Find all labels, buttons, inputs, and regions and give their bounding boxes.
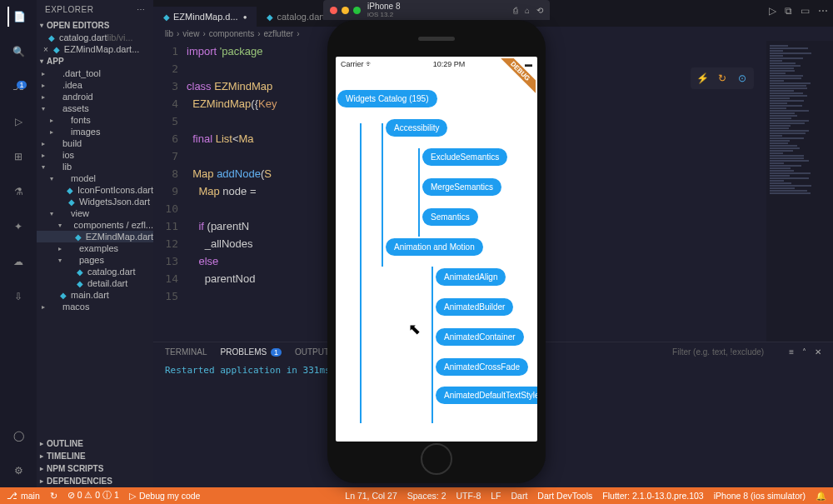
tree-item[interactable]: ▾view xyxy=(37,207,153,219)
tree-item[interactable]: ◆detail.dart xyxy=(37,277,153,289)
home-icon[interactable]: ⌂ xyxy=(525,6,530,15)
mindmap-node[interactable]: AnimatedCrossFade xyxy=(436,358,528,376)
sidebar: EXPLORER ⋯ OPEN EDITORS ◆catalog.dart li… xyxy=(37,0,153,487)
tree-item[interactable]: ▸examples xyxy=(37,242,153,254)
explorer-icon[interactable]: 📄 xyxy=(7,7,27,27)
bell-icon[interactable]: 🔔 xyxy=(816,491,826,502)
filter-input[interactable]: Filter (e.g. text, !exclude) xyxy=(672,347,764,357)
mindmap-view[interactable]: Widgets Catalog (195)AccessibilityExclud… xyxy=(336,72,537,442)
extensions-icon[interactable]: ⊞ xyxy=(8,147,28,167)
phone-screen[interactable]: Carrier ᯤ 10:29 PM ▬ Widgets Catalog (19… xyxy=(336,57,537,442)
ios-simulator: iPhone 8 iOS 13.2 ⎙ ⌂ ⟲ Carrier ᯤ 10:29 … xyxy=(323,0,550,483)
cursor-pos[interactable]: Ln 71, Col 27 xyxy=(345,491,397,502)
tree-item[interactable]: ▸android xyxy=(37,91,153,102)
layout-icon[interactable]: ▭ xyxy=(801,5,810,17)
download-icon[interactable]: ⇩ xyxy=(8,287,28,307)
simulator-titlebar[interactable]: iPhone 8 iOS 13.2 ⎙ ⌂ ⟲ xyxy=(323,0,550,20)
editor-tab[interactable]: ◆EZMindMap.d... xyxy=(153,7,257,27)
close-icon[interactable]: ✕ xyxy=(815,347,821,357)
mindmap-node[interactable]: AnimatedContainer xyxy=(436,328,524,346)
panel-settings-icon[interactable]: ≡ xyxy=(789,347,794,357)
tree-item[interactable]: ▸images xyxy=(37,126,153,137)
hot-restart-icon[interactable]: ↻ xyxy=(713,70,731,87)
tree-item[interactable]: ▾pages xyxy=(37,254,153,266)
timeline-section[interactable]: TIMELINE xyxy=(37,450,153,462)
debug-target[interactable]: ▷ Debug my code xyxy=(129,491,201,501)
mindmap-node[interactable]: MergeSemantics xyxy=(422,178,501,196)
app-section[interactable]: APP xyxy=(37,55,153,67)
phone-frame: Carrier ᯤ 10:29 PM ▬ Widgets Catalog (19… xyxy=(327,20,546,483)
tree-item[interactable]: ◆WidgetsJson.dart xyxy=(37,196,153,207)
tree-item[interactable]: ▾assets xyxy=(37,102,153,114)
sidebar-title: EXPLORER xyxy=(45,5,93,14)
tree-item[interactable]: ▸ios xyxy=(37,149,153,161)
outline-section[interactable]: OUTLINE xyxy=(37,437,153,450)
eol[interactable]: LF xyxy=(491,491,501,502)
mindmap-node[interactable]: Semantics xyxy=(422,208,478,226)
mindmap-node[interactable]: AnimatedBuilder xyxy=(436,298,513,316)
devtools[interactable]: Dart DevTools xyxy=(537,491,592,502)
tree-item[interactable]: ▸fonts xyxy=(37,114,153,126)
scm-icon[interactable]: ⎇1 xyxy=(8,77,28,97)
flutter-version[interactable]: Flutter: 2.1.0-13.0.pre.103 xyxy=(602,491,703,502)
search-icon[interactable]: 🔍 xyxy=(8,42,28,62)
more-icon[interactable]: ⋯ xyxy=(818,5,828,17)
minimap[interactable] xyxy=(766,41,833,342)
flutter-icon[interactable]: ✦ xyxy=(8,217,28,237)
tree-item[interactable]: ▸.dart_tool xyxy=(37,67,153,79)
screenshot-icon[interactable]: ⎙ xyxy=(513,6,518,15)
tab-terminal[interactable]: TERMINAL xyxy=(165,346,207,358)
speaker xyxy=(418,37,455,41)
settings-icon[interactable]: ⚙ xyxy=(8,461,28,481)
tree-item[interactable]: ▸macos xyxy=(37,301,153,312)
tree-item[interactable]: ◆catalog.dart xyxy=(37,266,153,277)
cloud-icon[interactable]: ☁ xyxy=(8,252,28,272)
tree-item[interactable]: ▾lib xyxy=(37,161,153,172)
mindmap-node[interactable]: AnimatedDefaultTextStyle xyxy=(436,387,537,404)
editor-actions: ▷ ⧉ ▭ ⋯ xyxy=(769,5,828,17)
inspect-icon[interactable]: ⊙ xyxy=(733,70,751,87)
tree-item[interactable]: ◆main.dart xyxy=(37,289,153,301)
run-icon[interactable]: ▷ xyxy=(769,5,776,17)
open-editor-item[interactable]: ×◆EZMindMap.dart... xyxy=(37,43,153,55)
indent[interactable]: Spaces: 2 xyxy=(407,491,446,502)
mindmap-node[interactable]: Widgets Catalog (195) xyxy=(337,90,437,107)
open-editors-section[interactable]: OPEN EDITORS xyxy=(37,19,153,32)
sim-title: iPhone 8 xyxy=(367,2,506,11)
language[interactable]: Dart xyxy=(511,491,528,502)
home-button[interactable] xyxy=(421,443,452,475)
tree-item[interactable]: ◆EZMindMap.dart xyxy=(37,231,153,242)
more-icon[interactable]: ⋯ xyxy=(137,5,146,14)
npm-section[interactable]: NPM SCRIPTS xyxy=(37,462,153,475)
tree-item[interactable]: ▸build xyxy=(37,137,153,149)
traffic-lights[interactable] xyxy=(330,7,361,14)
branch-indicator[interactable]: ⎇ main xyxy=(7,491,40,501)
mindmap-node[interactable]: AnimatedAlign xyxy=(436,268,506,286)
tree-item[interactable]: ▸.idea xyxy=(37,79,153,91)
tree-item[interactable]: ▾model xyxy=(37,172,153,184)
diagnostics[interactable]: ⊘ 0 ⚠ 0 ⓘ 1 xyxy=(67,490,119,502)
tree-item[interactable]: ▾components / ezfl... xyxy=(37,219,153,231)
mindmap-node[interactable]: ExcludeSemantics xyxy=(422,148,507,166)
open-editor-item[interactable]: ◆catalog.dart lib/vi... xyxy=(37,32,153,43)
flutter-toolbar: ⚡ ↻ ⊙ xyxy=(691,67,754,89)
device[interactable]: iPhone 8 (ios simulator) xyxy=(714,491,806,502)
encoding[interactable]: UTF-8 xyxy=(456,491,481,502)
debug-icon[interactable]: ▷ xyxy=(8,112,28,132)
tab-problems[interactable]: PROBLEMS 1 xyxy=(221,346,282,358)
ios-status-bar: Carrier ᯤ 10:29 PM ▬ xyxy=(336,57,537,72)
sim-subtitle: iOS 13.2 xyxy=(367,11,506,18)
status-bar: ⎇ main ↻ ⊘ 0 ⚠ 0 ⓘ 1 ▷ Debug my code Ln … xyxy=(0,487,833,504)
rotate-icon[interactable]: ⟲ xyxy=(536,6,543,15)
split-icon[interactable]: ⧉ xyxy=(785,5,792,17)
account-icon[interactable]: ◯ xyxy=(8,426,28,446)
deps-section[interactable]: DEPENDENCIES xyxy=(37,475,153,487)
hot-reload-icon[interactable]: ⚡ xyxy=(693,70,711,87)
activity-bar: 📄 🔍 ⎇1 ▷ ⊞ ⚗ ✦ ☁ ⇩ ◯ ⚙ xyxy=(0,0,37,487)
mindmap-node[interactable]: Accessibility xyxy=(386,119,447,137)
chevron-up-icon[interactable]: ˄ xyxy=(802,347,806,357)
test-icon[interactable]: ⚗ xyxy=(8,182,28,202)
tree-item[interactable]: ◆IconFontIcons.dart xyxy=(37,184,153,196)
mindmap-node[interactable]: Animation and Motion xyxy=(386,238,483,256)
sync-icon[interactable]: ↻ xyxy=(50,491,57,501)
